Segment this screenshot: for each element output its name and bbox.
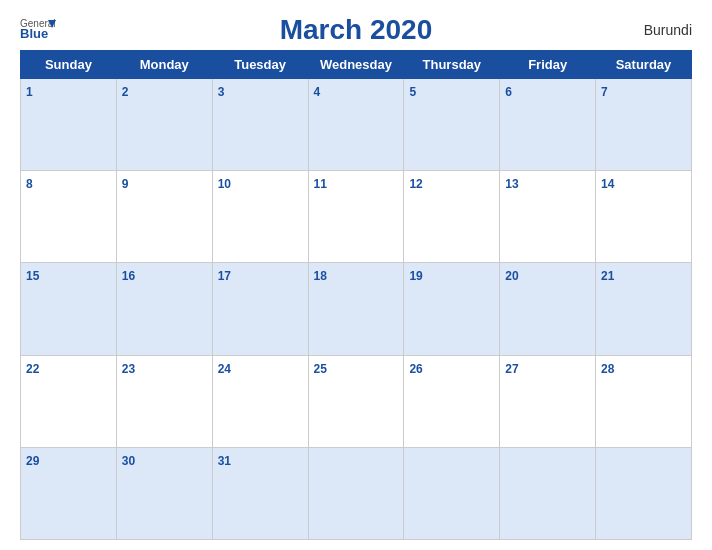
day-number: 17 xyxy=(218,269,231,283)
table-row xyxy=(404,447,500,539)
table-row: 31 xyxy=(212,447,308,539)
table-row: 19 xyxy=(404,263,500,355)
table-row xyxy=(500,447,596,539)
table-row: 12 xyxy=(404,171,500,263)
table-row: 21 xyxy=(596,263,692,355)
day-number: 15 xyxy=(26,269,39,283)
table-row: 17 xyxy=(212,263,308,355)
page-title: March 2020 xyxy=(280,14,433,46)
day-number: 31 xyxy=(218,454,231,468)
table-row: 3 xyxy=(212,79,308,171)
day-number: 12 xyxy=(409,177,422,191)
table-row xyxy=(596,447,692,539)
day-number: 13 xyxy=(505,177,518,191)
calendar-week-row: 15161718192021 xyxy=(21,263,692,355)
calendar-body: 1234567891011121314151617181920212223242… xyxy=(21,79,692,540)
calendar-week-row: 1234567 xyxy=(21,79,692,171)
day-number: 23 xyxy=(122,362,135,376)
table-row: 18 xyxy=(308,263,404,355)
country-label: Burundi xyxy=(644,22,692,38)
table-row: 24 xyxy=(212,355,308,447)
day-number: 2 xyxy=(122,85,129,99)
table-row: 23 xyxy=(116,355,212,447)
day-number: 21 xyxy=(601,269,614,283)
day-number: 3 xyxy=(218,85,225,99)
calendar-header-row: Sunday Monday Tuesday Wednesday Thursday… xyxy=(21,51,692,79)
col-saturday: Saturday xyxy=(596,51,692,79)
table-row: 26 xyxy=(404,355,500,447)
day-number: 30 xyxy=(122,454,135,468)
day-number: 8 xyxy=(26,177,33,191)
table-row: 9 xyxy=(116,171,212,263)
day-number: 29 xyxy=(26,454,39,468)
table-row: 13 xyxy=(500,171,596,263)
day-number: 14 xyxy=(601,177,614,191)
day-number: 10 xyxy=(218,177,231,191)
table-row xyxy=(308,447,404,539)
table-row: 15 xyxy=(21,263,117,355)
day-number: 5 xyxy=(409,85,416,99)
col-monday: Monday xyxy=(116,51,212,79)
day-number: 22 xyxy=(26,362,39,376)
table-row: 30 xyxy=(116,447,212,539)
table-row: 7 xyxy=(596,79,692,171)
table-row: 10 xyxy=(212,171,308,263)
col-sunday: Sunday xyxy=(21,51,117,79)
table-row: 8 xyxy=(21,171,117,263)
table-row: 1 xyxy=(21,79,117,171)
day-number: 19 xyxy=(409,269,422,283)
day-number: 7 xyxy=(601,85,608,99)
table-row: 20 xyxy=(500,263,596,355)
day-number: 18 xyxy=(314,269,327,283)
table-row: 29 xyxy=(21,447,117,539)
calendar-week-row: 22232425262728 xyxy=(21,355,692,447)
logo: General Blue xyxy=(20,16,56,44)
table-row: 4 xyxy=(308,79,404,171)
day-number: 6 xyxy=(505,85,512,99)
col-wednesday: Wednesday xyxy=(308,51,404,79)
day-number: 26 xyxy=(409,362,422,376)
table-row: 28 xyxy=(596,355,692,447)
day-number: 4 xyxy=(314,85,321,99)
calendar-header: General Blue March 2020 Burundi xyxy=(20,14,692,46)
svg-text:Blue: Blue xyxy=(20,26,48,41)
day-number: 25 xyxy=(314,362,327,376)
day-number: 20 xyxy=(505,269,518,283)
table-row: 27 xyxy=(500,355,596,447)
day-number: 1 xyxy=(26,85,33,99)
table-row: 6 xyxy=(500,79,596,171)
calendar-week-row: 891011121314 xyxy=(21,171,692,263)
table-row: 2 xyxy=(116,79,212,171)
table-row: 16 xyxy=(116,263,212,355)
table-row: 22 xyxy=(21,355,117,447)
table-row: 11 xyxy=(308,171,404,263)
table-row: 25 xyxy=(308,355,404,447)
calendar-table: Sunday Monday Tuesday Wednesday Thursday… xyxy=(20,50,692,540)
table-row: 14 xyxy=(596,171,692,263)
day-number: 28 xyxy=(601,362,614,376)
day-number: 11 xyxy=(314,177,327,191)
day-number: 9 xyxy=(122,177,129,191)
day-number: 27 xyxy=(505,362,518,376)
col-friday: Friday xyxy=(500,51,596,79)
logo-icon: General Blue xyxy=(20,16,56,44)
table-row: 5 xyxy=(404,79,500,171)
day-number: 24 xyxy=(218,362,231,376)
calendar-week-row: 293031 xyxy=(21,447,692,539)
col-tuesday: Tuesday xyxy=(212,51,308,79)
col-thursday: Thursday xyxy=(404,51,500,79)
day-number: 16 xyxy=(122,269,135,283)
